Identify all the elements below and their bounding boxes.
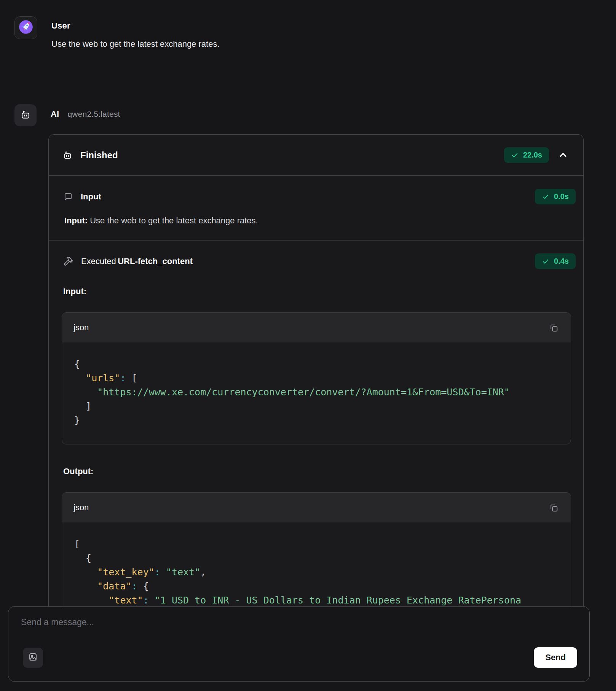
image-icon: [28, 652, 38, 663]
input-section: Input 0.0s Input: Use the web to get the…: [49, 176, 583, 240]
copy-button[interactable]: [548, 322, 559, 333]
input-section-title: Input: [81, 192, 101, 202]
code-language-label: json: [73, 323, 89, 333]
check-icon: [542, 193, 549, 201]
tool-duration-badge: 0.4s: [535, 253, 576, 269]
tool-input-code-block: json { "urls": [ "https://www.xe.com/cur…: [62, 312, 571, 444]
tool-output-label: Output:: [63, 467, 576, 476]
code-language-label: json: [73, 503, 89, 513]
message-composer: Send: [8, 606, 590, 682]
message-input[interactable]: [20, 616, 578, 645]
input-body-text: Use the web to get the latest exchange r…: [88, 216, 258, 225]
executed-section-header[interactable]: Executed URL-fetch_content 0.4s: [63, 253, 576, 269]
ai-avatar: [14, 104, 37, 126]
hammer-icon: [63, 256, 73, 266]
chevron-up-icon[interactable]: [557, 149, 570, 162]
tool-input-label: Input:: [63, 287, 576, 296]
ai-name-row: AIqwen2.5:latest: [51, 104, 589, 119]
copy-icon: [549, 503, 559, 513]
copy-button[interactable]: [548, 502, 559, 513]
robot-icon: [20, 109, 31, 122]
tool-name: URL-fetch_content: [118, 256, 193, 266]
code-content: { "urls": [ "https://www.xe.com/currency…: [62, 342, 571, 444]
input-section-header[interactable]: Input 0.0s: [63, 189, 576, 204]
code-block-header: json: [62, 493, 571, 522]
ai-message: AIqwen2.5:latest: [14, 104, 589, 126]
robot-icon: [62, 150, 73, 160]
input-duration-badge: 0.0s: [535, 189, 576, 204]
image-upload-button[interactable]: [23, 648, 43, 668]
send-button[interactable]: Send: [534, 647, 577, 668]
user-message: User Use the web to get the latest excha…: [14, 16, 589, 49]
code-block-header: json: [62, 313, 571, 342]
executed-tool-section: Executed URL-fetch_content 0.4s Input: j…: [49, 240, 583, 655]
composer-actions: Send: [23, 647, 577, 668]
ai-model-name: qwen2.5:latest: [67, 110, 120, 118]
finished-header[interactable]: Finished 22.0s: [49, 135, 583, 175]
input-body-label: Input:: [64, 216, 88, 225]
speech-bubble-icon: [63, 192, 73, 202]
tool-execution-panel: Finished 22.0s Input 0.0s Input: Use the…: [48, 134, 584, 655]
executed-label: Executed: [81, 256, 116, 266]
ai-name: AI: [51, 109, 59, 119]
user-avatar: [14, 16, 37, 39]
user-name: User: [51, 16, 589, 31]
panel-title: Finished: [80, 150, 118, 161]
total-duration-badge: 22.0s: [504, 147, 549, 163]
copy-icon: [549, 323, 559, 333]
user-message-text: Use the web to get the latest exchange r…: [51, 39, 589, 49]
rocket-icon: [17, 18, 35, 37]
tool-output-code-block: json [ { "text_key": "text", "data": { "…: [62, 492, 571, 624]
check-icon: [542, 258, 549, 265]
input-section-body: Input: Use the web to get the latest exc…: [63, 216, 576, 226]
check-icon: [511, 151, 519, 159]
